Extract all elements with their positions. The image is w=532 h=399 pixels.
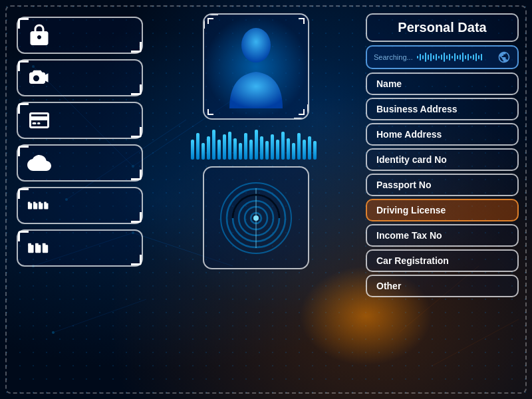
data-item-label-car-registration: Car Registration [376,255,449,266]
middle-panel [153,13,359,386]
svg-rect-54 [308,136,311,160]
data-item-name[interactable]: Name [366,72,519,95]
data-item-label-other: Other [376,281,401,291]
data-item-identity-card[interactable]: Identity card No [366,148,519,171]
svg-rect-15 [33,122,37,124]
svg-rect-24 [44,202,47,204]
data-item-passport[interactable]: Passport No [366,174,519,196]
svg-rect-83 [467,54,469,61]
lock-row[interactable] [17,17,143,54]
search-waveform [417,51,493,64]
data-item-label-passport: Passport No [376,180,431,190]
folders-row-2[interactable] [17,229,143,267]
card-icon [27,108,51,132]
folders-1-icon [27,194,51,217]
svg-rect-33 [196,133,200,160]
data-item-label-income-tax: Income Tax No [376,230,442,241]
avatar [223,22,289,111]
data-item-driving-license[interactable]: Driving License [366,199,519,221]
card-row[interactable] [17,102,143,139]
svg-rect-16 [37,122,41,124]
svg-rect-79 [457,55,458,59]
svg-rect-25 [28,245,33,253]
data-item-business-address[interactable]: Business Address [366,98,519,120]
svg-rect-75 [446,55,448,59]
svg-rect-37 [217,140,221,160]
svg-rect-88 [481,54,482,61]
svg-rect-70 [433,55,434,59]
svg-rect-46 [265,141,269,160]
data-item-label-name: Name [376,78,402,89]
camera-icon [27,66,51,90]
svg-rect-84 [470,56,471,59]
panel-title-box: Personal Data [366,13,519,42]
right-panel: Personal Data Searching... [366,13,519,386]
svg-rect-86 [475,53,477,61]
fingerprint-box [203,166,309,269]
folders-2-icon [27,236,51,260]
svg-rect-52 [297,133,301,160]
data-item-income-tax[interactable]: Income Tax No [366,224,519,247]
search-box[interactable]: Searching... [366,45,519,69]
svg-rect-21 [39,203,43,209]
data-item-label-driving-license: Driving License [376,205,446,215]
globe-icon [497,51,511,64]
svg-rect-53 [303,140,306,160]
svg-rect-44 [255,130,258,160]
svg-rect-69 [430,53,432,61]
svg-rect-74 [444,53,445,62]
svg-rect-42 [244,133,247,160]
svg-rect-32 [191,140,194,160]
svg-rect-40 [233,138,237,160]
data-item-label-home-address: Home Address [376,129,442,140]
svg-rect-66 [422,55,424,59]
svg-rect-35 [207,136,210,160]
cloud-row[interactable] [17,144,143,182]
svg-rect-82 [465,55,466,59]
svg-rect-22 [39,202,41,204]
cloud-icon [27,151,51,175]
data-item-home-address[interactable]: Home Address [366,123,519,146]
svg-rect-67 [425,53,426,62]
svg-rect-77 [452,56,453,59]
data-item-label-identity-card: Identity card No [376,154,447,165]
svg-rect-81 [462,53,464,62]
svg-rect-49 [281,132,285,160]
camera-row[interactable] [17,59,143,96]
svg-rect-38 [223,134,226,160]
svg-rect-50 [287,138,290,160]
svg-rect-45 [260,136,263,160]
lock-icon [27,23,51,47]
svg-rect-64 [417,56,418,59]
svg-rect-47 [271,134,274,160]
svg-rect-71 [436,54,437,61]
svg-rect-34 [201,143,205,160]
svg-rect-65 [420,54,421,61]
data-item-other[interactable]: Other [366,275,519,297]
data-items-list: NameBusiness AddressHome AddressIdentity… [366,72,519,297]
waveform-bars [190,126,323,160]
svg-rect-80 [460,55,461,60]
data-item-car-registration[interactable]: Car Registration [366,249,519,272]
svg-rect-87 [478,55,479,59]
svg-rect-76 [449,54,450,61]
svg-rect-43 [249,140,253,160]
svg-rect-27 [35,245,41,253]
avatar-box [203,13,309,120]
person-icon [223,22,289,108]
folders-row-1[interactable] [17,187,143,224]
panel-title: Personal Data [378,20,507,35]
svg-rect-19 [33,203,37,209]
svg-rect-68 [428,55,429,60]
svg-rect-39 [228,132,231,160]
svg-rect-20 [33,202,36,204]
svg-rect-17 [28,203,32,209]
svg-rect-55 [313,141,317,160]
svg-rect-51 [292,143,295,160]
svg-point-31 [241,28,271,63]
data-item-label-business-address: Business Address [376,104,458,114]
left-panel [13,13,146,386]
svg-rect-41 [239,143,242,160]
svg-rect-78 [454,53,456,61]
svg-rect-26 [28,243,31,246]
